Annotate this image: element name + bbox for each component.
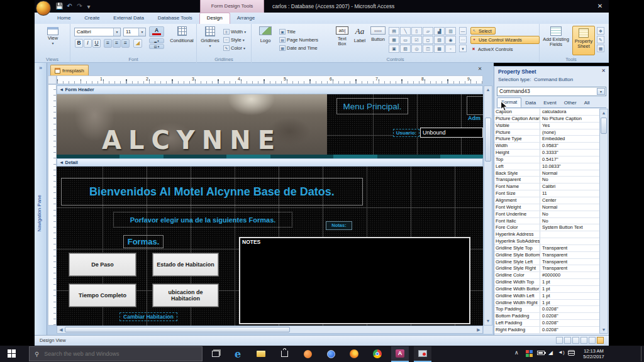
property-row[interactable]: Gridline Width Top1 pt — [494, 279, 599, 286]
ribbon-tab[interactable]: Home — [50, 13, 77, 24]
property-row[interactable]: Width0.9583" — [494, 143, 599, 150]
horizontal-ruler[interactable]: 123456789 — [57, 75, 483, 84]
activex-controls-button[interactable]: ✖ActiveX Controls — [470, 45, 536, 53]
property-row[interactable]: Gridline Width Bottor1 pt — [494, 286, 599, 293]
property-value[interactable]: System Button Text — [540, 224, 599, 231]
screen-recorder-icon[interactable] — [414, 346, 431, 362]
usuario-textbox[interactable]: Unbound — [420, 128, 483, 138]
vertical-scroll-thumb[interactable] — [485, 118, 491, 162]
property-sheet-tab[interactable]: Data — [521, 99, 540, 107]
gridline-style-button[interactable]: ┄Style ▾ — [223, 36, 251, 43]
horizontal-scroll-thumb[interactable] — [65, 327, 290, 332]
property-row[interactable]: Gridline Width Left1 pt — [494, 293, 599, 300]
detail-section[interactable]: Bienvenidos Al Motel Alcynne Base de Dat… — [57, 167, 483, 326]
italic-button[interactable]: I — [84, 39, 92, 48]
formas-label[interactable]: Formas. — [123, 235, 164, 248]
property-row[interactable]: Gridline Style LeftTransparent — [494, 259, 599, 266]
property-value[interactable]: 11 — [540, 190, 599, 197]
gridline-width-button[interactable]: ≡Width ▾ — [223, 28, 251, 35]
usuario-label[interactable]: Usuario: — [393, 129, 419, 137]
fill-color-button[interactable]: ▂ ▾ — [149, 38, 164, 43]
form-view-button[interactable] — [556, 337, 563, 344]
pivottable-view-button[interactable] — [572, 337, 579, 344]
property-value[interactable] — [540, 231, 599, 238]
property-value[interactable]: Transparent — [540, 259, 599, 265]
scroll-up-icon[interactable]: ▲ — [484, 86, 492, 94]
property-value[interactable]: Transparent — [540, 265, 599, 272]
notas-label[interactable]: Notas: — [326, 221, 352, 230]
property-row[interactable]: Gridline Style RightTransparent — [494, 265, 599, 272]
add-existing-fields-button[interactable]: Add Existing Fields — [542, 26, 570, 47]
property-row[interactable]: Gridline Style BottomTransparent — [494, 252, 599, 259]
pivotchart-view-button[interactable] — [580, 337, 587, 344]
menu-principal-label[interactable]: Menu Principal. — [336, 98, 408, 114]
object-selector-combo[interactable]: Command43 ▾ — [497, 87, 606, 96]
property-row[interactable]: AlignmentCenter — [494, 197, 599, 204]
chevron-down-icon[interactable]: ▾ — [597, 88, 605, 95]
control-icon[interactable]: ▣ — [389, 45, 399, 53]
chevron-down-icon[interactable]: ▾ — [113, 28, 120, 36]
property-value[interactable]: 1 pt — [540, 286, 599, 292]
undo-icon[interactable]: ↶ — [65, 2, 74, 11]
control-icon[interactable]: ▩ — [434, 45, 445, 53]
property-row[interactable]: Right Padding0.0208" — [494, 327, 599, 334]
office-button[interactable] — [36, 1, 51, 16]
layout-view-button[interactable] — [589, 337, 596, 344]
font-color-button[interactable]: A — [149, 26, 164, 37]
property-value[interactable]: 1 pt — [540, 279, 599, 285]
property-value[interactable]: No Picture Caption — [540, 116, 599, 122]
volume-icon[interactable]: ◄) — [558, 349, 565, 355]
button-button[interactable]: xxxx Button — [369, 26, 387, 42]
property-row[interactable]: Bottom Padding0.0208" — [494, 313, 599, 320]
gridline-color-button[interactable]: ✎Color ▾ — [223, 44, 251, 52]
scroll-left-icon[interactable]: ◀ — [57, 326, 65, 333]
battery-icon[interactable] — [537, 351, 545, 355]
property-value[interactable]: Normal — [540, 204, 599, 211]
taskbar-search[interactable]: ⚲ — [29, 346, 203, 361]
underline-button[interactable]: U — [92, 39, 101, 48]
property-value[interactable]: 1 pt — [540, 293, 599, 299]
file-explorer-icon[interactable] — [253, 348, 269, 360]
ps-scroll-thumb[interactable] — [601, 118, 607, 134]
property-row[interactable]: Fore ColorSystem Button Text — [494, 224, 599, 231]
controls-scroll-up[interactable]: — — [459, 27, 467, 35]
control-icon[interactable]: ◉ — [445, 36, 456, 44]
control-icon[interactable]: ▫ — [445, 45, 456, 53]
form-header-section[interactable]: ALCYNNE Menu Principal. Adm Usuario: Unb… — [57, 94, 483, 155]
property-value[interactable]: Calibri — [540, 184, 599, 190]
property-value[interactable]: 1 pt — [540, 300, 599, 306]
property-sheet-tab[interactable]: Format — [497, 97, 521, 107]
design-view-button[interactable] — [597, 337, 604, 344]
property-sheet-scrollbar[interactable]: ▲ ▼ — [599, 109, 608, 334]
notifications-icon[interactable] — [568, 350, 575, 356]
property-value[interactable]: Yes — [540, 123, 599, 129]
control-icon[interactable]: ◻ — [423, 36, 433, 44]
bold-button[interactable]: B — [75, 39, 83, 48]
scroll-down-icon[interactable]: ▼ — [484, 317, 492, 325]
align-right-icon[interactable]: ≡ — [121, 39, 130, 48]
property-row[interactable]: Gridline Width Right1 pt — [494, 300, 599, 307]
property-value[interactable]: (none) — [540, 129, 599, 136]
property-row[interactable]: Left Padding0.0208" — [494, 320, 599, 327]
controls-more[interactable]: ▾ — [459, 45, 467, 52]
tiempo-completo-button[interactable]: Tiempo Completo — [69, 284, 136, 307]
control-icon[interactable]: ▨ — [434, 36, 445, 44]
property-sheet-tab[interactable]: All — [580, 99, 594, 107]
property-row[interactable]: Picture TypeEmbedded — [494, 136, 599, 143]
align-left-icon[interactable]: ≡ — [104, 39, 112, 48]
property-value[interactable]: No — [540, 211, 599, 217]
chrome-icon[interactable] — [369, 348, 386, 360]
control-icon[interactable]: ▟ — [434, 27, 445, 35]
property-row[interactable]: Gridline Style TopTransparent — [494, 245, 599, 252]
app-blue-icon[interactable] — [323, 348, 339, 360]
property-sheet-tab[interactable]: Other — [560, 99, 580, 107]
de-paso-button[interactable]: De Paso — [69, 253, 136, 276]
property-row[interactable]: Font UnderlineNo — [494, 211, 599, 218]
notes-box[interactable]: NOTES — [239, 237, 470, 324]
property-value[interactable]: 0.0208" — [540, 327, 599, 333]
page-numbers-button[interactable]: ▤Page Numbers — [279, 36, 331, 43]
property-row[interactable]: Back StyleNormal — [494, 170, 599, 177]
property-value[interactable]: Center — [540, 197, 599, 204]
taskbar-clock[interactable]: 12:13 AM 5/22/2017 — [579, 348, 609, 359]
label-button[interactable]: Aa Label — [352, 26, 367, 43]
